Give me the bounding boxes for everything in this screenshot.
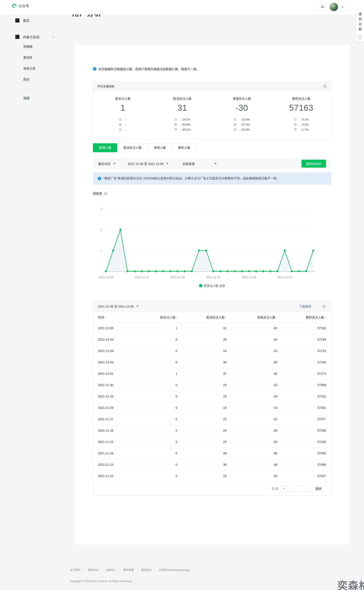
tab-unsubscribe-count[interactable]: 取消关注人数 bbox=[117, 143, 148, 152]
tab-net-count[interactable]: 净增人数 bbox=[148, 143, 172, 152]
table-cell: -36 bbox=[227, 372, 277, 375]
download-table-link[interactable]: 下载表格 bbox=[299, 304, 317, 308]
trend-change-value: 93.8% bbox=[182, 122, 190, 127]
footer: 关于腾讯|服务协议|运营中心|腾讯客服|侵权投诉|反馈官号weixingongz… bbox=[70, 568, 189, 583]
sidebar-item-home[interactable]: 首页 bbox=[12, 16, 58, 25]
svg-text:2021-11-11: 2021-11-11 bbox=[135, 276, 149, 279]
table-row: 2021-11-28016-1657361 bbox=[93, 402, 331, 413]
table-row: 2021-12-04026-2657193 bbox=[93, 334, 331, 345]
table-row: 2021-11-22029-2957537 bbox=[93, 470, 331, 482]
column-header-0[interactable]: 时间▾ bbox=[93, 315, 128, 319]
help-question-icon[interactable]: ? bbox=[322, 305, 326, 308]
column-header-2[interactable]: 取消关注人数▾ bbox=[177, 315, 227, 319]
trend-period: 日 bbox=[174, 117, 177, 122]
watermark: 奕森格 bbox=[337, 577, 364, 590]
footer-link[interactable]: 腾讯客服 bbox=[123, 568, 134, 572]
column-header-3[interactable]: 净增关注人数▾ bbox=[227, 315, 277, 319]
table-date-range-dropdown[interactable]: 2021-11-06 至 2021-12-05 bbox=[98, 304, 139, 308]
date-range-dropdown[interactable]: 2021-11-06 至 2021-12-05 bbox=[128, 161, 169, 166]
footer-separator: | bbox=[155, 568, 156, 571]
range-dropdown-label: 最近30天 bbox=[98, 161, 111, 166]
notifications-button[interactable] bbox=[318, 3, 327, 11]
page-jump-input[interactable] bbox=[290, 485, 309, 492]
table-cell: 57163 bbox=[277, 326, 326, 330]
column-header-1[interactable]: 新关注人数▾ bbox=[128, 315, 177, 319]
sidebar-item-original[interactable]: 原创 bbox=[12, 74, 58, 85]
table-cell: -30 bbox=[227, 360, 277, 364]
key-metrics-panel: 昨日关键指标 ? 新关注人数1日--周--月--取消关注人数31日↑19.2%周… bbox=[93, 82, 331, 140]
footer-separator: | bbox=[137, 568, 138, 571]
help-widget[interactable]: 遇到问题 ? bbox=[356, 10, 364, 42]
table-row: 2021-12-01137-3657273 bbox=[93, 368, 331, 379]
table-row: 2021-11-30023-2357309 bbox=[93, 379, 331, 391]
page-jump-button[interactable]: 跳转 bbox=[312, 485, 325, 492]
table-cell: -29 bbox=[227, 429, 277, 432]
table-cell: 16 bbox=[177, 406, 227, 410]
next-page-button[interactable]: ▸ bbox=[280, 485, 287, 492]
main-content-card: i 本页根据昨日数据来计算，而用户管理页根据当前数据计算，两者不一致。 昨日关键… bbox=[75, 45, 350, 544]
trend-change-value: 49.2% bbox=[182, 127, 190, 132]
column-header-4[interactable]: 累积关注人数▾ bbox=[277, 315, 326, 319]
trend-change: ↓0.1% bbox=[300, 117, 308, 122]
trend-change-value: 87.5% bbox=[242, 122, 250, 127]
footer-link[interactable]: 侵权投诉 bbox=[141, 568, 152, 572]
app-logo[interactable]: 公众号 bbox=[12, 3, 29, 8]
table-cell: 31 bbox=[177, 326, 227, 330]
chart-legend-item[interactable]: 新关注人数-全部 bbox=[93, 284, 331, 288]
tab-cumulative-count[interactable]: 累积人数 bbox=[172, 143, 196, 152]
trend-period: 周 bbox=[234, 122, 237, 127]
footer-link[interactable]: 服务协议 bbox=[88, 568, 98, 572]
trend-row: 月-- bbox=[119, 127, 127, 132]
compare-by-time-button[interactable]: 按时间对比 bbox=[301, 160, 326, 168]
trend-chart[interactable]: 1232021-11-062021-11-112021-11-162021-11… bbox=[93, 197, 331, 283]
footer-separator: | bbox=[102, 568, 102, 571]
trend-change-value: 1.7% bbox=[302, 127, 309, 132]
trend-row: 周-- bbox=[119, 122, 127, 127]
trend-chart-title: 趋势图 bbox=[93, 191, 102, 196]
trend-change: ↓1.7% bbox=[300, 127, 308, 132]
table-cell: 57332 bbox=[277, 395, 326, 398]
chevron-down-icon[interactable] bbox=[341, 6, 344, 8]
footer-link[interactable]: 关于腾讯 bbox=[70, 568, 81, 572]
key-metrics-title: 昨日关键指标 bbox=[98, 84, 115, 88]
help-question-icon[interactable]: ? bbox=[323, 85, 327, 88]
table-cell: 57193 bbox=[277, 338, 326, 341]
table-cell: 0 bbox=[128, 360, 177, 364]
range-dropdown[interactable]: 最近30天 bbox=[98, 161, 116, 166]
svg-text:2021-11-21: 2021-11-21 bbox=[206, 276, 221, 279]
sidebar-item-assets[interactable]: 素材库 bbox=[12, 52, 58, 63]
caret-down-icon bbox=[113, 163, 116, 164]
tab-new-count[interactable]: 新增人数 bbox=[93, 143, 117, 152]
table-cell: 46 bbox=[177, 451, 227, 455]
trend-change: ↑87.5% bbox=[240, 122, 250, 127]
app-logo-label: 公众号 bbox=[19, 3, 29, 8]
table-cell: 57361 bbox=[277, 406, 326, 410]
caret-down-icon bbox=[166, 163, 169, 164]
sidebar-item-drafts[interactable]: 草稿箱 bbox=[12, 41, 58, 52]
trend-period: 周 bbox=[174, 122, 177, 127]
source-dropdown[interactable]: 全部来源 bbox=[182, 161, 217, 166]
sidebar-item-publish-history[interactable]: 发表记录 bbox=[12, 63, 58, 74]
table-cell: 29 bbox=[177, 429, 227, 432]
table-cell: 38 bbox=[177, 463, 227, 466]
sidebar-item-home-label: 首页 bbox=[23, 18, 30, 23]
table-cell: 2021-11-25 bbox=[93, 440, 128, 444]
footer-link[interactable]: 反馈官号weixingongzhong bbox=[159, 568, 190, 572]
chevron-up-icon[interactable] bbox=[52, 35, 55, 39]
footer-link[interactable]: 运营中心 bbox=[106, 568, 116, 572]
trend-change: ↓49.2% bbox=[181, 127, 190, 132]
trend-change: -- bbox=[125, 122, 127, 127]
table-cell: 29 bbox=[177, 474, 227, 478]
trend-row: 日↑15.4% bbox=[234, 117, 250, 122]
sidebar-item-messages[interactable]: 消息 bbox=[12, 93, 58, 103]
arrow-up-icon: ↑ bbox=[181, 117, 182, 122]
sidebar-item-content-interaction[interactable]: 内容与互动 bbox=[12, 33, 58, 41]
table-cell: 57377 bbox=[277, 418, 326, 421]
help-question-icon[interactable]: ? bbox=[104, 192, 107, 195]
trend-change: -- bbox=[125, 127, 127, 132]
avatar[interactable] bbox=[330, 3, 338, 11]
trend-period: 周 bbox=[294, 122, 297, 127]
footer-separator: | bbox=[84, 568, 84, 571]
trend-change: ↓0.3% bbox=[300, 122, 308, 127]
trend-period: 周 bbox=[119, 122, 122, 127]
